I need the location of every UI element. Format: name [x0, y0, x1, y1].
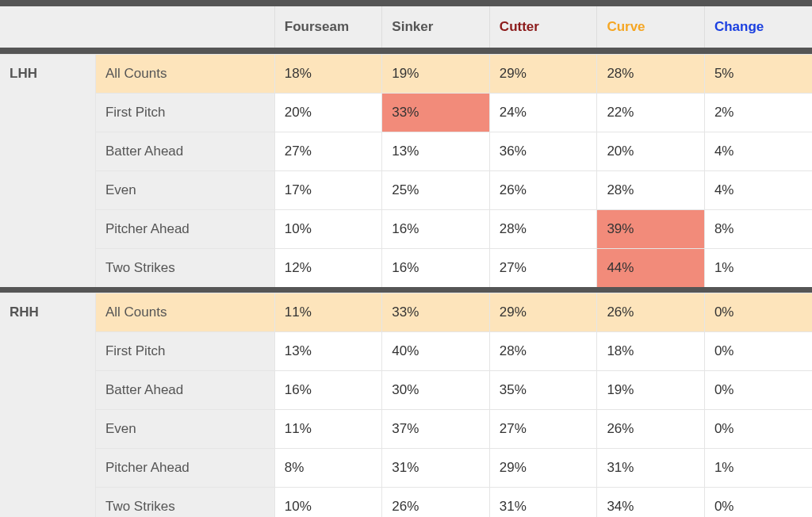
row-label: Batter Ahead — [95, 371, 274, 410]
row-label: Pitcher Ahead — [95, 209, 274, 248]
data-cell: 40% — [382, 332, 490, 371]
data-cell: 0% — [704, 488, 812, 518]
data-cell: 17% — [274, 170, 382, 209]
data-cell: 16% — [274, 371, 382, 410]
data-cell: 34% — [597, 488, 705, 518]
data-cell: 33% — [382, 293, 490, 332]
group-label: RHH — [0, 293, 24, 518]
data-cell: 11% — [274, 293, 382, 332]
data-cell: 30% — [382, 371, 490, 410]
data-cell: 16% — [382, 209, 490, 248]
table-row: Pitcher Ahead10%16%28%39%8% — [0, 209, 812, 248]
col-header-sinker: Sinker — [382, 6, 490, 48]
data-cell: 1% — [704, 248, 812, 287]
data-cell: 0% — [704, 332, 812, 371]
data-cell: 26% — [382, 488, 490, 518]
data-cell: 31% — [597, 449, 705, 488]
data-cell: 13% — [274, 332, 382, 371]
table-row: Even11%37%27%26%0% — [0, 410, 812, 449]
data-cell: 0% — [704, 371, 812, 410]
data-cell: 29% — [489, 449, 597, 488]
row-label: First Pitch — [95, 332, 274, 371]
table-row: Two Strikes12%16%27%44%1% — [0, 248, 812, 287]
data-cell: 44% — [597, 248, 705, 287]
data-cell: 28% — [489, 332, 597, 371]
data-cell: 28% — [597, 170, 705, 209]
data-cell: 20% — [597, 132, 705, 170]
data-cell: 31% — [382, 449, 490, 488]
data-cell: 29% — [489, 293, 597, 332]
data-cell: 4% — [704, 132, 812, 170]
table-row: Two Strikes10%26%31%34%0% — [0, 488, 812, 518]
data-cell: 29% — [489, 54, 597, 93]
data-cell: 5% — [704, 54, 812, 93]
data-cell: 25% — [382, 170, 490, 209]
row-label: Batter Ahead — [95, 132, 274, 170]
data-cell: 19% — [597, 371, 705, 410]
data-cell: 26% — [597, 293, 705, 332]
data-cell: 18% — [274, 54, 382, 93]
data-cell: 2% — [704, 93, 812, 132]
data-cell: 18% — [597, 332, 705, 371]
row-label: First Pitch — [95, 93, 274, 132]
data-cell: 4% — [704, 170, 812, 209]
data-cell: 22% — [597, 93, 705, 132]
data-cell: 28% — [489, 209, 597, 248]
row-label: Even — [95, 170, 274, 209]
table-row: Even17%25%26%28%4% — [0, 170, 812, 209]
group-label: LHH — [0, 54, 24, 287]
data-cell: 8% — [704, 209, 812, 248]
data-cell: 37% — [382, 410, 490, 449]
data-cell: 20% — [274, 93, 382, 132]
data-cell: 24% — [489, 93, 597, 132]
data-cell: 0% — [704, 293, 812, 332]
col-header-change: Change — [704, 6, 812, 48]
table-row: First Pitch13%40%28%18%0% — [0, 332, 812, 371]
table-row: Batter Ahead27%13%36%20%4% — [0, 132, 812, 170]
pitch-mix-table: Fourseam Sinker Cutter Curve Change LHHA… — [0, 0, 812, 517]
data-cell: 33% — [382, 93, 490, 132]
table-header-row: Fourseam Sinker Cutter Curve Change — [0, 6, 812, 48]
data-cell: 0% — [704, 410, 812, 449]
col-header-fourseam: Fourseam — [274, 6, 382, 48]
data-cell: 12% — [274, 248, 382, 287]
header-blank — [0, 6, 274, 48]
col-header-cutter: Cutter — [489, 6, 597, 48]
data-cell: 31% — [489, 488, 597, 518]
group-spacer — [24, 293, 95, 518]
table-row: LHHAll Counts18%19%29%28%5% — [0, 54, 812, 93]
data-cell: 27% — [489, 248, 597, 287]
data-cell: 27% — [489, 410, 597, 449]
data-cell: 27% — [274, 132, 382, 170]
data-cell: 35% — [489, 371, 597, 410]
table-row: Pitcher Ahead8%31%29%31%1% — [0, 449, 812, 488]
row-label: Even — [95, 410, 274, 449]
row-label: Pitcher Ahead — [95, 449, 274, 488]
table-row: Batter Ahead16%30%35%19%0% — [0, 371, 812, 410]
data-cell: 28% — [597, 54, 705, 93]
data-cell: 36% — [489, 132, 597, 170]
data-cell: 16% — [382, 248, 490, 287]
data-cell: 10% — [274, 488, 382, 518]
row-label: Two Strikes — [95, 488, 274, 518]
row-label: Two Strikes — [95, 248, 274, 287]
data-cell: 26% — [489, 170, 597, 209]
data-cell: 8% — [274, 449, 382, 488]
data-cell: 11% — [274, 410, 382, 449]
data-cell: 1% — [704, 449, 812, 488]
group-spacer — [24, 54, 95, 287]
row-label: All Counts — [95, 54, 274, 93]
table-row: First Pitch20%33%24%22%2% — [0, 93, 812, 132]
row-label: All Counts — [95, 293, 274, 332]
data-cell: 26% — [597, 410, 705, 449]
data-cell: 39% — [597, 209, 705, 248]
data-cell: 13% — [382, 132, 490, 170]
table-row: RHHAll Counts11%33%29%26%0% — [0, 293, 812, 332]
col-header-curve: Curve — [597, 6, 705, 48]
data-cell: 19% — [382, 54, 490, 93]
data-cell: 10% — [274, 209, 382, 248]
